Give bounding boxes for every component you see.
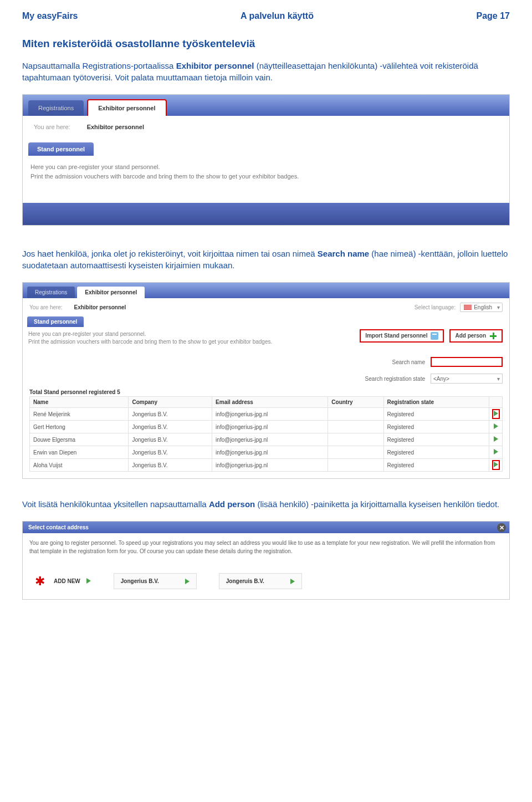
flag-en-icon	[464, 305, 472, 310]
arrow-right-icon	[290, 579, 295, 584]
hdr-right: Page 17	[477, 11, 510, 21]
row-action-button[interactable]	[493, 461, 499, 469]
col-email: Email address	[212, 397, 328, 408]
arrow-right-icon	[494, 411, 498, 416]
close-icon[interactable]: ✕	[497, 523, 506, 532]
row-action-button[interactable]	[493, 436, 499, 443]
table-row: Douwe ElgersmaJongerius B.V.info@jongeri…	[30, 433, 503, 446]
add-new-button[interactable]	[86, 578, 91, 585]
table-row: Erwin van DiepenJongerius B.V.info@jonge…	[30, 446, 503, 459]
col-state: Registration state	[383, 397, 489, 408]
total-registered-label: Total Stand personnel registered 5	[23, 387, 509, 396]
address-card[interactable]: Jongeruis B.V.	[219, 573, 302, 589]
breadcrumb-value: Exhibitor personnel	[74, 304, 126, 310]
personnel-table: Name Company Email address Country Regis…	[29, 396, 503, 472]
col-name: Name	[30, 397, 129, 408]
hdr-center: A palvelun käyttö	[241, 11, 314, 21]
add-person-button[interactable]: Add person	[449, 329, 503, 343]
screenshot-3: Select contact address ✕ You are going t…	[22, 521, 510, 600]
tab-registrations[interactable]: Registrations	[27, 287, 75, 298]
row-action-button[interactable]	[493, 410, 499, 418]
info-line-2: Print the admission vouchers with barcod…	[30, 172, 502, 181]
table-row: Aloha VuijstJongerius B.V.info@jongerius…	[30, 459, 503, 472]
col-company: Company	[129, 397, 212, 408]
screenshot-2: Registrations Exhibitor personnel You ar…	[22, 282, 510, 479]
dialog-body: You are going to register personnel. To …	[23, 533, 509, 569]
subtab-stand-personnel[interactable]: Stand personnel	[28, 142, 94, 156]
table-row: Gert HertongJongerius B.V.info@jongerius…	[30, 421, 503, 433]
screenshot-1: Registrations Exhibitor personnel You ar…	[22, 94, 510, 226]
arrow-right-icon	[494, 462, 498, 467]
search-state-select[interactable]: <Any>	[431, 374, 503, 384]
subtab-stand-personnel[interactable]: Stand personnel	[27, 316, 84, 327]
new-icon: ✱	[35, 574, 45, 589]
search-paragraph: Jos haet henkilöä, jonka olet jo rekiste…	[22, 248, 510, 271]
search-state-label: Search registration state	[365, 376, 425, 382]
col-country: Country	[328, 397, 383, 408]
breadcrumb-label: You are here:	[34, 124, 70, 130]
add-person-paragraph: Voit lisätä henkilökuntaa yksitellen nap…	[22, 498, 510, 510]
breadcrumb-label: You are here:	[29, 304, 63, 310]
row-action-button[interactable]	[493, 448, 499, 456]
dialog-title: Select contact address	[28, 524, 89, 530]
page-title: Miten rekisteröidä osastollanne työskent…	[22, 38, 510, 50]
intro-paragraph: Napsauttamalla Registrations-portaalissa…	[22, 60, 510, 83]
breadcrumb-value: Exhibitor personnel	[87, 124, 144, 130]
tab-exhibitor-personnel[interactable]: Exhibitor personnel	[77, 287, 145, 298]
hdr-left: My easyFairs	[22, 11, 78, 21]
decorative-bar	[23, 203, 509, 225]
address-card[interactable]: Jongerius B.V.	[114, 573, 197, 589]
table-row: René MeijerinkJongerius B.V.info@jongeri…	[30, 408, 503, 421]
page-header: My easyFairs A palvelun käyttö Page 17	[22, 11, 510, 21]
language-select[interactable]: English	[460, 303, 503, 312]
search-name-label: Search name	[392, 359, 425, 365]
arrow-right-icon	[494, 436, 498, 442]
arrow-right-icon	[494, 449, 498, 454]
tab-exhibitor-personnel[interactable]: Exhibitor personnel	[87, 99, 166, 116]
info-line-1: Here you can pre-register your stand per…	[30, 162, 502, 172]
language-label: Select language:	[415, 304, 456, 310]
arrow-right-icon	[86, 578, 91, 584]
arrow-right-icon	[494, 423, 498, 429]
search-name-input[interactable]	[431, 357, 503, 367]
import-icon	[431, 332, 438, 340]
arrow-right-icon	[185, 579, 190, 584]
add-new-label: ADD NEW	[54, 578, 80, 584]
row-action-button[interactable]	[493, 423, 499, 431]
plus-icon	[489, 332, 497, 340]
import-stand-personnel-button[interactable]: Import Stand personnel	[360, 329, 444, 343]
tab-registrations[interactable]: Registrations	[28, 100, 84, 116]
